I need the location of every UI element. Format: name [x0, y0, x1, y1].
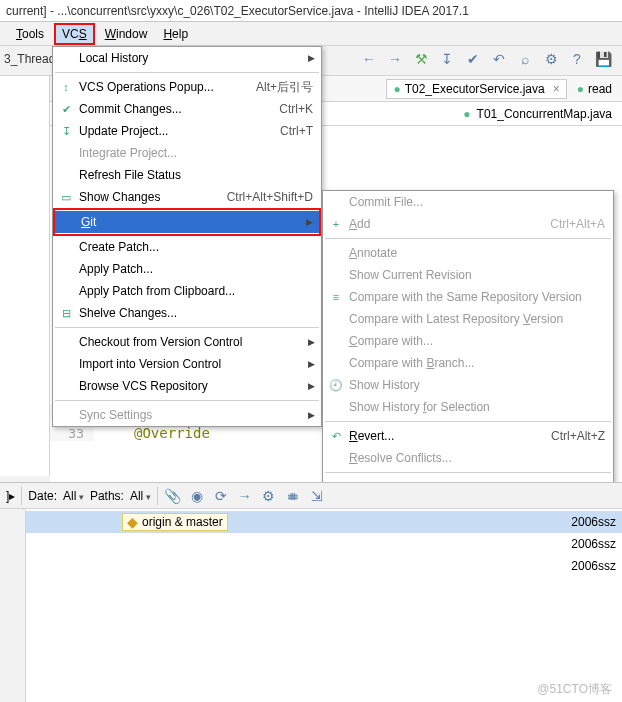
- git-item-compare-with-the-same-repository-version: ≡Compare with the Same Repository Versio…: [323, 286, 613, 308]
- vcs-item-create-patch[interactable]: Create Patch...: [53, 236, 321, 258]
- attach-icon[interactable]: 📎: [164, 487, 182, 505]
- nav-fwd-icon[interactable]: →: [386, 50, 404, 68]
- vcs-dropdown: Local History↕VCS Operations Popup...Alt…: [52, 46, 322, 427]
- git-item-annotate: Annotate: [323, 242, 613, 264]
- git-item-revert[interactable]: ↶Revert...Ctrl+Alt+Z: [323, 425, 613, 447]
- menu-help[interactable]: Help: [157, 25, 194, 43]
- git-item-show-history: 🕘Show History: [323, 374, 613, 396]
- git-item-resolve-conflicts: Resolve Conflicts...: [323, 447, 613, 469]
- vc-tab-icon[interactable]: ]▸: [6, 489, 15, 503]
- menu-icon: ▭: [58, 191, 74, 204]
- git-item-show-current-revision: Show Current Revision: [323, 264, 613, 286]
- menu-icon: ≡: [328, 291, 344, 303]
- expand-icon[interactable]: ⇲: [308, 487, 326, 505]
- commit-list[interactable]: ◆origin & master2006ssz2006ssz2006ssz: [26, 509, 622, 702]
- date-filter[interactable]: All: [63, 489, 84, 503]
- menu-bar: TToolsools VCS Window Help: [0, 22, 622, 46]
- build-icon[interactable]: ⚒: [412, 50, 430, 68]
- settings2-icon[interactable]: ⚙: [260, 487, 278, 505]
- cherry-pick-icon[interactable]: ◉: [188, 487, 206, 505]
- menu-icon: 🕘: [328, 379, 344, 392]
- menu-tools[interactable]: TToolsools: [10, 25, 50, 43]
- commit-row[interactable]: 2006ssz: [26, 533, 622, 555]
- help-icon[interactable]: ?: [568, 50, 586, 68]
- settings-icon[interactable]: ⚙: [542, 50, 560, 68]
- menu-icon: ↶: [328, 430, 344, 443]
- vc-toolbar: ]▸ Date: All Paths: All 📎 ◉ ⟳ → ⚙ ⩩ ⇲: [0, 483, 622, 509]
- line-number: 33: [50, 426, 94, 441]
- close-tab-icon[interactable]: ×: [553, 82, 560, 96]
- vcs-item-import-into-version-control[interactable]: Import into Version Control: [53, 353, 321, 375]
- branch-tag[interactable]: ◆origin & master: [122, 513, 228, 531]
- menu-icon: ↕: [58, 81, 74, 93]
- git-item-add: +AddCtrl+Alt+A: [323, 213, 613, 235]
- menu-icon: ✔: [58, 103, 74, 116]
- git-item-compare-with-branch: Compare with Branch...: [323, 352, 613, 374]
- paths-filter[interactable]: All: [130, 489, 151, 503]
- menu-icon: ⊟: [58, 307, 74, 320]
- git-item-show-history-for-selection: Show History for Selection: [323, 396, 613, 418]
- left-tab-label[interactable]: 3_Threadl: [4, 52, 58, 66]
- vcs-item-browse-vcs-repository[interactable]: Browse VCS Repository: [53, 375, 321, 397]
- java-file-icon: ●: [577, 82, 584, 96]
- sub-tab[interactable]: T01_ConcurrentMap.java: [477, 107, 612, 121]
- menu-window[interactable]: Window: [99, 25, 154, 43]
- vcs-item-integrate-project: Integrate Project...: [53, 142, 321, 164]
- java-file-icon: ●: [393, 82, 400, 96]
- vcs-item-refresh-file-status[interactable]: Refresh File Status: [53, 164, 321, 186]
- version-control-panel: ]▸ Date: All Paths: All 📎 ◉ ⟳ → ⚙ ⩩ ⇲ ◆o…: [0, 482, 622, 702]
- menu-vcs[interactable]: VCS: [54, 23, 95, 45]
- search-icon[interactable]: ⌕: [516, 50, 534, 68]
- vcs-item-apply-patch[interactable]: Apply Patch...: [53, 258, 321, 280]
- vcs-update-icon[interactable]: ↧: [438, 50, 456, 68]
- vcs-revert-icon[interactable]: ↶: [490, 50, 508, 68]
- vcs-item-apply-patch-from-clipboard[interactable]: Apply Patch from Clipboard...: [53, 280, 321, 302]
- project-tool-window: [0, 76, 50, 476]
- vcs-item-commit-changes[interactable]: ✔Commit Changes...Ctrl+K: [53, 98, 321, 120]
- vcs-item-shelve-changes[interactable]: ⊟Shelve Changes...: [53, 302, 321, 324]
- vcs-item-show-changes[interactable]: ▭Show ChangesCtrl+Alt+Shift+D: [53, 186, 321, 208]
- refresh-icon[interactable]: ⟳: [212, 487, 230, 505]
- vcs-item-git[interactable]: Git: [55, 211, 319, 233]
- nav-back-icon[interactable]: ←: [360, 50, 378, 68]
- vcs-item-sync-settings: Sync Settings: [53, 404, 321, 426]
- menu-icon: +: [328, 218, 344, 230]
- vcs-commit-icon[interactable]: ✔: [464, 50, 482, 68]
- vcs-item-checkout-from-version-control[interactable]: Checkout from Version Control: [53, 331, 321, 353]
- vc-sidebar: [0, 509, 26, 702]
- annotation-override: @Override: [94, 425, 210, 441]
- commit-row[interactable]: ◆origin & master2006ssz: [26, 511, 622, 533]
- filter-icon[interactable]: ⩩: [284, 487, 302, 505]
- editor-tab-next[interactable]: ● read: [577, 82, 612, 96]
- git-item-compare-with: Compare with...: [323, 330, 613, 352]
- menu-icon: ↧: [58, 125, 74, 138]
- vcs-item-vcs-operations-popup[interactable]: ↕VCS Operations Popup...Alt+后引号: [53, 76, 321, 98]
- java-file-icon: ●: [463, 107, 470, 121]
- save-icon[interactable]: 💾: [594, 50, 612, 68]
- git-item-compare-with-latest-repository-version: Compare with Latest Repository Version: [323, 308, 613, 330]
- git-item-commit-file: Commit File...: [323, 191, 613, 213]
- date-filter-label: Date:: [28, 489, 57, 503]
- commit-row[interactable]: 2006ssz: [26, 555, 622, 577]
- goto-icon[interactable]: →: [236, 487, 254, 505]
- vcs-item-update-project[interactable]: ↧Update Project...Ctrl+T: [53, 120, 321, 142]
- window-title: current] - ...\concurrent\src\yxxy\c_026…: [0, 0, 622, 22]
- vcs-item-local-history[interactable]: Local History: [53, 47, 321, 69]
- paths-filter-label: Paths:: [90, 489, 124, 503]
- editor-tab-main[interactable]: ● T02_ExecutorService.java×: [386, 79, 566, 99]
